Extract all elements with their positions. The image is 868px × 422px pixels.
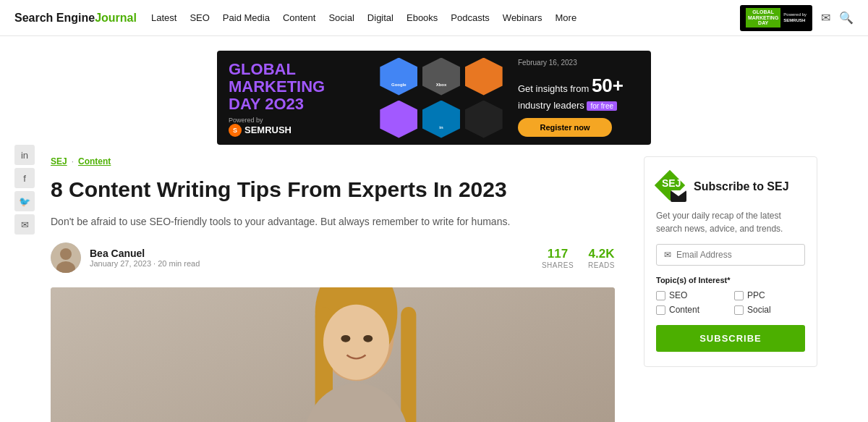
svg-point-1 bbox=[60, 248, 72, 260]
author-avatar bbox=[51, 242, 81, 273]
nav-podcasts[interactable]: Podcasts bbox=[451, 12, 489, 23]
banner-people-grid: Google Xbox in bbox=[376, 51, 506, 145]
topic-ppc-checkbox[interactable] bbox=[734, 291, 744, 300]
article-area: SEJ · Content 8 Content Writing Tips Fro… bbox=[51, 156, 615, 422]
social-sidebar: in f 🐦 ✉ bbox=[14, 145, 35, 235]
email-icon-button[interactable]: ✉ bbox=[821, 11, 830, 25]
svg-point-11 bbox=[363, 335, 373, 342]
topic-ppc-label: PPC bbox=[747, 290, 765, 300]
breadcrumb-separator: · bbox=[72, 156, 74, 166]
main-nav: Latest SEO Paid Media Content Social Dig… bbox=[151, 12, 740, 23]
email-input[interactable] bbox=[676, 250, 797, 260]
person-hex-1: Google bbox=[380, 58, 417, 96]
main-content: SEJ · Content 8 Content Writing Tips Fro… bbox=[36, 156, 832, 422]
banner-ad-wrapper: GLOBAL MARKETING DAY 2O23 Powered by S S… bbox=[0, 36, 868, 156]
nav-more[interactable]: More bbox=[556, 12, 577, 23]
topic-social[interactable]: Social bbox=[734, 305, 805, 315]
site-logo[interactable]: Search Engine Journal bbox=[14, 12, 137, 25]
nav-ebooks[interactable]: Ebooks bbox=[407, 12, 438, 23]
nav-webinars[interactable]: Webinars bbox=[503, 12, 542, 23]
linkedin-share-button[interactable]: in bbox=[14, 145, 35, 165]
person-hex-5: in bbox=[422, 101, 460, 138]
topic-seo-checkbox[interactable] bbox=[656, 291, 665, 300]
topic-content-label: Content bbox=[669, 305, 699, 315]
topics-label: Topic(s) of Interest* bbox=[656, 276, 805, 284]
shares-label: SHARES bbox=[542, 261, 574, 269]
header-ad-text: GLOBALMARKETINGDAY bbox=[746, 8, 780, 28]
person-hex-2: Xbox bbox=[422, 58, 460, 96]
shares-stat: 117 SHARES bbox=[542, 247, 574, 269]
banner-title: GLOBAL MARKETING DAY 2O23 bbox=[229, 61, 365, 114]
topic-seo-label: SEO bbox=[669, 290, 687, 300]
svg-rect-7 bbox=[401, 307, 416, 422]
subscribe-sidebar: SEJ Subscribe to SEJ Get your daily reca… bbox=[644, 156, 817, 422]
svg-point-10 bbox=[341, 335, 350, 342]
search-icon-button[interactable]: 🔍 bbox=[839, 11, 854, 25]
logo-text: Search Engine bbox=[14, 12, 95, 25]
article-stats: 117 SHARES 4.2K READS bbox=[542, 247, 615, 269]
header: Search Engine Journal Latest SEO Paid Me… bbox=[0, 0, 868, 36]
subscribe-description: Get your daily recap of the latest searc… bbox=[656, 209, 805, 235]
topic-content-checkbox[interactable] bbox=[656, 305, 665, 315]
facebook-share-button[interactable]: f bbox=[14, 168, 35, 188]
nav-paid-media[interactable]: Paid Media bbox=[223, 12, 270, 23]
author-meta: January 27, 2023 · 20 min read bbox=[90, 259, 533, 268]
topics-grid: SEO PPC Content Social bbox=[656, 290, 805, 315]
header-right: GLOBALMARKETINGDAY Powered bySEMRUSH ✉ 🔍 bbox=[740, 5, 854, 31]
envelope-v-shape bbox=[671, 190, 686, 196]
breadcrumb-content[interactable]: Content bbox=[78, 156, 111, 166]
email-field-icon: ✉ bbox=[664, 250, 671, 260]
author-row: Bea Canuel January 27, 2023 · 20 min rea… bbox=[51, 242, 615, 273]
semrush-icon: S bbox=[229, 124, 242, 137]
semrush-logo: S SEMRUSH bbox=[229, 124, 365, 137]
sej-logo-icon: SEJ bbox=[656, 172, 686, 202]
reads-label: READS bbox=[588, 261, 615, 269]
email-share-button[interactable]: ✉ bbox=[14, 214, 35, 235]
header-ad-powered: Powered bySEMRUSH bbox=[783, 12, 807, 24]
nav-social[interactable]: Social bbox=[328, 12, 354, 23]
shares-value: 117 bbox=[542, 247, 574, 261]
person-hex-6 bbox=[465, 101, 503, 138]
reads-stat: 4.2K READS bbox=[588, 247, 615, 269]
email-input-wrapper[interactable]: ✉ bbox=[656, 244, 805, 266]
article-title: 8 Content Writing Tips From Experts In 2… bbox=[51, 177, 615, 203]
topic-social-checkbox[interactable] bbox=[734, 305, 744, 315]
banner-date: February 16, 2023 bbox=[518, 59, 639, 67]
banner-headline: Get insights from 50+ industry leaders f… bbox=[518, 72, 639, 112]
person-hex-3 bbox=[465, 58, 503, 96]
register-now-button[interactable]: Register now bbox=[518, 118, 612, 137]
twitter-share-button[interactable]: 🐦 bbox=[14, 191, 35, 211]
header-ad-banner[interactable]: GLOBALMARKETINGDAY Powered bySEMRUSH bbox=[740, 5, 812, 31]
topic-ppc[interactable]: PPC bbox=[734, 290, 805, 300]
nav-latest[interactable]: Latest bbox=[151, 12, 176, 23]
subscribe-box: SEJ Subscribe to SEJ Get your daily reca… bbox=[644, 156, 817, 367]
breadcrumb: SEJ · Content bbox=[51, 156, 615, 166]
banner-right: February 16, 2023 Get insights from 50+ … bbox=[506, 51, 651, 145]
logo-green-text: Journal bbox=[95, 12, 137, 25]
nav-content[interactable]: Content bbox=[283, 12, 316, 23]
banner-left: GLOBAL MARKETING DAY 2O23 Powered by S S… bbox=[217, 51, 376, 145]
subscribe-title: Subscribe to SEJ bbox=[694, 180, 789, 193]
topic-seo[interactable]: SEO bbox=[656, 290, 727, 300]
subscribe-button[interactable]: SUBSCRIBE bbox=[656, 325, 805, 352]
article-image bbox=[51, 287, 615, 422]
reads-value: 4.2K bbox=[588, 247, 615, 261]
person-hex-4 bbox=[380, 101, 417, 138]
topic-content[interactable]: Content bbox=[656, 305, 727, 315]
banner-ad[interactable]: GLOBAL MARKETING DAY 2O23 Powered by S S… bbox=[217, 51, 651, 145]
author-info: Bea Canuel January 27, 2023 · 20 min rea… bbox=[90, 248, 533, 268]
author-name: Bea Canuel bbox=[90, 248, 533, 259]
svg-point-8 bbox=[323, 305, 389, 380]
envelope-shape bbox=[671, 190, 686, 202]
powered-by-label: Powered by bbox=[229, 117, 365, 124]
sej-letter: SEJ bbox=[662, 177, 681, 189]
article-excerpt: Don't be afraid to use SEO-friendly tool… bbox=[51, 214, 615, 229]
subscribe-header: SEJ Subscribe to SEJ bbox=[656, 172, 805, 202]
breadcrumb-sej[interactable]: SEJ bbox=[51, 156, 67, 166]
nav-seo[interactable]: SEO bbox=[190, 12, 209, 23]
topic-social-label: Social bbox=[747, 305, 771, 315]
nav-digital[interactable]: Digital bbox=[367, 12, 393, 23]
